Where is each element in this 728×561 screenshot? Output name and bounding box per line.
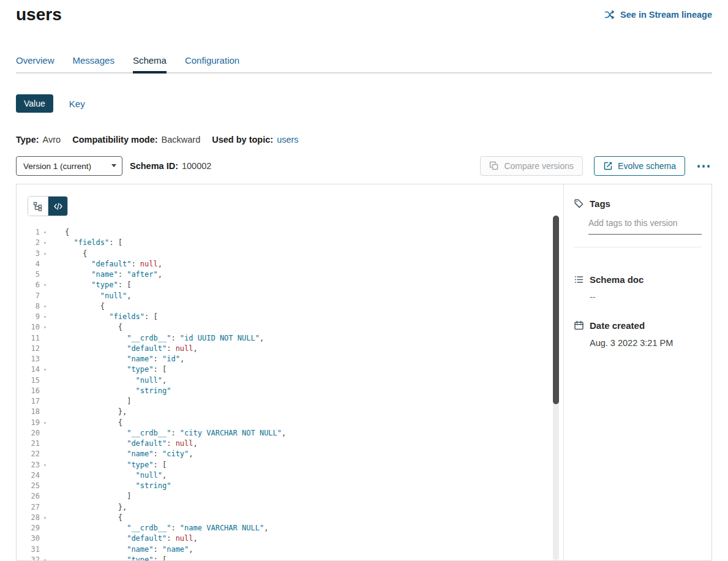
code-text: "name": "name", xyxy=(65,544,193,555)
line-number: 25 xyxy=(17,481,40,491)
edit-schema-icon xyxy=(603,161,613,171)
tree-view-button[interactable] xyxy=(28,197,48,216)
tags-section-header: Tags xyxy=(574,198,702,209)
fold-spacer xyxy=(40,481,50,491)
tab-overview[interactable]: Overview xyxy=(16,55,54,73)
tab-messages[interactable]: Messages xyxy=(73,55,114,73)
line-number: 18 xyxy=(17,407,40,417)
fold-spacer xyxy=(40,333,50,344)
fold-toggle-icon[interactable]: ▾ xyxy=(40,238,50,248)
code-view-button[interactable] xyxy=(48,197,67,216)
code-scrollbar-track[interactable] xyxy=(553,216,559,560)
code-line: 30 "default": null, xyxy=(17,533,549,544)
fold-toggle-icon[interactable]: ▾ xyxy=(40,249,50,259)
code-text: ] xyxy=(65,491,131,502)
line-number: 4 xyxy=(17,259,40,269)
fold-spacer xyxy=(40,523,50,533)
fold-toggle-icon[interactable]: ▾ xyxy=(40,460,50,470)
fold-toggle-icon[interactable]: ▾ xyxy=(40,364,50,375)
line-number: 11 xyxy=(17,333,40,344)
code-line: 14▾ "type": [ xyxy=(17,364,549,375)
code-scrollbar-thumb[interactable] xyxy=(553,216,559,404)
tab-configuration[interactable]: Configuration xyxy=(185,55,239,73)
compare-versions-label: Compare versions xyxy=(504,161,574,171)
code-text: "name": "city", xyxy=(65,449,193,459)
line-number: 26 xyxy=(17,491,40,502)
fold-spacer xyxy=(40,470,50,481)
code-text: { xyxy=(65,249,87,259)
line-number: 5 xyxy=(17,269,40,280)
meta-compatibility: Compatibility mode: Backward xyxy=(72,135,200,145)
code-line: 23▾ "type": [ xyxy=(17,460,549,470)
add-tags-input[interactable] xyxy=(588,216,702,235)
code-text: "string" xyxy=(65,386,171,396)
line-number: 3 xyxy=(17,249,40,259)
meta-compatibility-value: Backward xyxy=(162,135,201,145)
code-line: 24 "null", xyxy=(17,470,549,481)
fold-toggle-icon[interactable]: ▾ xyxy=(40,418,50,428)
schema-sidebar: Tags Schema doc -- Date created Aug. 3 2… xyxy=(563,184,711,560)
fold-spacer xyxy=(40,291,50,301)
code-line: 2▾ "fields": [ xyxy=(17,238,549,248)
code-line: 26 ] xyxy=(17,491,549,502)
doc-list-icon xyxy=(574,274,584,285)
line-number: 2 xyxy=(17,238,40,248)
schema-doc-title: Schema doc xyxy=(590,274,644,285)
fold-toggle-icon[interactable]: ▾ xyxy=(40,322,50,333)
version-select[interactable]: Version 1 (current) xyxy=(16,156,122,176)
fold-spacer xyxy=(40,375,50,386)
code-text: "fields": [ xyxy=(65,312,158,322)
fold-toggle-icon[interactable]: ▾ xyxy=(40,301,50,312)
code-line: 13 "name": "id", xyxy=(17,354,549,364)
fold-spacer xyxy=(40,396,50,407)
fold-toggle-icon[interactable]: ▾ xyxy=(40,280,50,290)
code-text: "default": null, xyxy=(65,259,162,269)
fold-toggle-icon[interactable]: ▾ xyxy=(40,513,50,523)
code-text: "__crdb__": "id UUID NOT NULL", xyxy=(65,333,264,344)
code-line: 19▾ { xyxy=(17,418,549,428)
fold-spacer xyxy=(40,259,50,269)
code-text: "__crdb__": "city VARCHAR NOT NULL", xyxy=(65,428,286,439)
code-line: 5 "name": "after", xyxy=(17,269,549,280)
stream-lineage-icon xyxy=(604,9,615,20)
version-select-wrap: Version 1 (current) xyxy=(16,156,122,176)
evolve-schema-button[interactable]: Evolve schema xyxy=(594,156,685,176)
line-number: 17 xyxy=(17,396,40,407)
code-text: "fields": [ xyxy=(65,238,122,248)
code-line: 20 "__crdb__": "city VARCHAR NOT NULL", xyxy=(17,428,549,439)
code-line: 31 "name": "name", xyxy=(17,544,549,555)
code-line: 10▾ { xyxy=(17,322,549,333)
date-created-section-header: Date created xyxy=(574,320,702,331)
line-number: 12 xyxy=(17,344,40,354)
tab-schema[interactable]: Schema xyxy=(133,55,167,73)
line-number: 22 xyxy=(17,449,40,459)
code-text: "name": "after", xyxy=(65,269,162,280)
line-number: 10 xyxy=(17,322,40,333)
line-number: 32 xyxy=(17,555,40,560)
code-text: "null", xyxy=(65,470,167,481)
fold-toggle-icon[interactable]: ▾ xyxy=(40,312,50,322)
schema-code-panel: 1▾{2▾ "fields": [3▾ {4 "default": null,5… xyxy=(17,184,563,560)
fold-spacer xyxy=(40,428,50,439)
line-number: 27 xyxy=(17,502,40,513)
value-toggle-button[interactable]: Value xyxy=(16,94,53,113)
compare-versions-button[interactable]: Compare versions xyxy=(480,156,583,176)
code-line: 18 }, xyxy=(17,407,549,417)
key-toggle-button[interactable]: Key xyxy=(69,99,85,109)
line-number: 31 xyxy=(17,544,40,555)
version-actions: Compare versions Evolve schema ⋯ xyxy=(480,156,712,176)
stream-lineage-link[interactable]: See in Stream lineage xyxy=(604,9,712,20)
line-number: 8 xyxy=(17,301,40,312)
fold-toggle-icon[interactable]: ▾ xyxy=(40,227,50,238)
code-text: { xyxy=(65,322,122,333)
code-line: 1▾{ xyxy=(17,227,549,238)
schema-part-selector: Value Key xyxy=(16,94,85,113)
line-number: 15 xyxy=(17,375,40,386)
more-actions-button[interactable]: ⋯ xyxy=(695,159,712,173)
code-text: "type": [ xyxy=(65,555,167,560)
topic-link[interactable]: users xyxy=(277,135,298,145)
fold-spacer xyxy=(40,502,50,513)
code-text: "__crdb__": "name VARCHAR NULL", xyxy=(65,523,268,533)
meta-compatibility-label: Compatibility mode: xyxy=(72,135,157,145)
fold-toggle-icon[interactable]: ▾ xyxy=(40,555,50,560)
